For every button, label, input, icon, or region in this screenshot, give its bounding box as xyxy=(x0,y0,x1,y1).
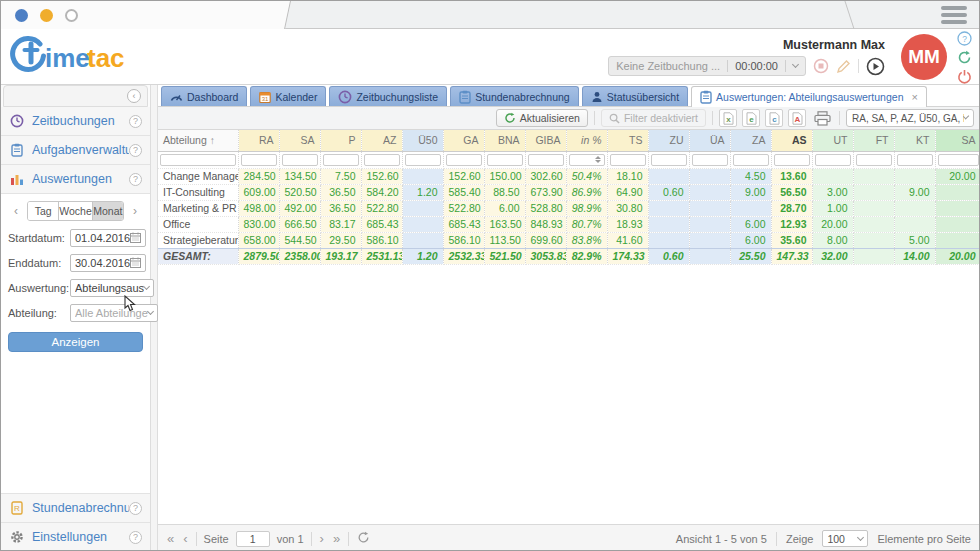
page-size-select[interactable]: 100 xyxy=(822,530,868,547)
close-icon[interactable]: × xyxy=(911,92,917,102)
sidebar-item-stundenabrechnung[interactable]: RStundenabrechnung? xyxy=(1,494,150,523)
filter-input-ü50[interactable] xyxy=(405,154,441,166)
period-prev-button[interactable]: ‹ xyxy=(8,202,24,220)
filter-input-sa[interactable] xyxy=(938,154,979,166)
end-date-field[interactable]: 30.04.2016 xyxy=(70,254,146,272)
window-control-yellow[interactable] xyxy=(40,9,53,22)
column-header-p[interactable]: P xyxy=(320,130,361,151)
column-header-ü50[interactable]: Ü50 xyxy=(402,130,443,151)
prev-page-button[interactable]: ‹ xyxy=(182,531,188,546)
period-next-button[interactable]: › xyxy=(127,202,143,220)
window-control-blue[interactable] xyxy=(15,9,28,22)
tab-zeitbuchungsliste[interactable]: Zeitbuchungsliste xyxy=(329,86,447,106)
show-button[interactable]: Anzeigen xyxy=(8,332,143,352)
filter-input-as[interactable] xyxy=(774,154,810,166)
columns-dropdown[interactable]: RA, SA, P, AZ, Ü50, GA, BNA xyxy=(846,109,974,127)
filter-input-ft[interactable] xyxy=(856,154,892,166)
column-header-giba[interactable]: GIBA xyxy=(525,130,566,151)
pdf-icon[interactable]: A xyxy=(788,109,806,127)
tab-dashboard[interactable]: Dashboard xyxy=(161,86,247,106)
last-page-button[interactable]: » xyxy=(332,531,341,546)
column-header-ts[interactable]: TS xyxy=(607,130,648,151)
column-header-as[interactable]: AS xyxy=(771,130,812,151)
stop-timer-icon[interactable] xyxy=(813,58,829,74)
filter-input-az[interactable] xyxy=(364,154,400,166)
filter-input-ga[interactable] xyxy=(446,154,482,166)
column-header-abteilung[interactable]: Abteilung ↑ xyxy=(158,130,238,151)
sidebar-item-aufgabenverwaltung[interactable]: Aufgabenverwaltung? xyxy=(1,136,150,165)
period-option-tag[interactable]: Tag xyxy=(28,202,59,220)
evaluation-type-select[interactable]: Abteilungsaus xyxy=(70,279,154,297)
help-icon[interactable]: ? xyxy=(129,502,142,515)
play-timer-icon[interactable] xyxy=(866,57,885,76)
filter-input-giba[interactable] xyxy=(528,154,564,166)
column-header-sa[interactable]: SA xyxy=(279,130,320,151)
column-header-in[interactable]: in % xyxy=(566,130,607,151)
spinner-icon[interactable] xyxy=(594,155,603,165)
column-header-za[interactable]: ZA xyxy=(730,130,771,151)
filter-input-üa[interactable] xyxy=(692,154,728,166)
filter-button[interactable]: Filter deaktiviert xyxy=(601,109,706,127)
filter-input-bna[interactable] xyxy=(487,154,523,166)
column-header-ga[interactable]: GA xyxy=(443,130,484,151)
help-icon[interactable]: ? xyxy=(129,531,142,544)
calendar-icon[interactable] xyxy=(130,232,141,245)
help-icon[interactable]: ? xyxy=(129,115,142,128)
help-icon[interactable]: ? xyxy=(129,173,142,186)
tab-auswertungen-abteilungsauswertungen[interactable]: Auswertungen: Abteilungsauswertungen× xyxy=(691,86,927,107)
filter-input-abteilung[interactable] xyxy=(160,154,236,166)
department-select[interactable]: Alle Abteilunge xyxy=(70,304,158,322)
refresh-icon[interactable] xyxy=(957,50,972,65)
csv-icon[interactable]: c xyxy=(765,109,783,127)
filter-input-p[interactable] xyxy=(323,154,359,166)
tab-stundenabrechnung[interactable]: Stundenabrechnung xyxy=(450,86,579,106)
period-option-monat[interactable]: Monat xyxy=(93,202,123,220)
sidebar-collapse-button[interactable]: ‹ xyxy=(127,89,141,103)
edit-timer-icon[interactable] xyxy=(836,59,851,74)
column-header-ut[interactable]: UT xyxy=(812,130,853,151)
column-header-ra[interactable]: RA xyxy=(238,130,279,151)
refresh-button[interactable]: Aktualisieren xyxy=(496,109,588,127)
column-header-ft[interactable]: FT xyxy=(853,130,894,151)
column-header-kt[interactable]: KT xyxy=(894,130,935,151)
column-header-az[interactable]: AZ xyxy=(361,130,402,151)
power-icon[interactable] xyxy=(957,69,972,84)
table-row[interactable]: Strategieberatung658.00544.5029.50586.10… xyxy=(158,232,979,248)
calendar-icon[interactable] xyxy=(130,257,141,270)
filter-input-zu[interactable] xyxy=(651,154,687,166)
filter-input-in[interactable] xyxy=(569,154,605,166)
help-icon[interactable]: ? xyxy=(129,144,142,157)
tab-statusübersicht[interactable]: Statusübersicht xyxy=(582,86,688,106)
table-row[interactable]: Change Management284.50134.507.50152.601… xyxy=(158,168,979,184)
filter-input-ut[interactable] xyxy=(815,154,851,166)
timer-widget[interactable]: Keine Zeitbuchung ... 00:00:00 xyxy=(608,56,806,76)
period-option-woche[interactable]: Woche xyxy=(59,202,93,220)
first-page-button[interactable]: « xyxy=(166,531,175,546)
sidebar-item-zeitbuchungen[interactable]: Zeitbuchungen? xyxy=(1,107,150,136)
menu-icon[interactable] xyxy=(941,6,967,24)
column-header-üa[interactable]: ÜA xyxy=(689,130,730,151)
filter-input-sa[interactable] xyxy=(282,154,318,166)
column-header-zu[interactable]: ZU xyxy=(648,130,689,151)
table-row[interactable]: IT-Consulting609.00520.5036.50584.201.20… xyxy=(158,184,979,200)
filter-input-ts[interactable] xyxy=(610,154,646,166)
excel-x-icon[interactable]: x xyxy=(719,109,737,127)
tab-kalender[interactable]: 31Kalender xyxy=(250,86,326,106)
window-control-white[interactable] xyxy=(65,9,78,22)
printer-icon[interactable] xyxy=(812,111,833,126)
table-row[interactable]: Office830.00666.5083.17685.43685.43163.5… xyxy=(158,216,979,232)
next-page-button[interactable]: › xyxy=(319,531,325,546)
sidebar-item-einstellungen[interactable]: Einstellungen? xyxy=(1,523,150,551)
page-input[interactable] xyxy=(236,531,270,547)
filter-input-ra[interactable] xyxy=(241,154,277,166)
filter-input-kt[interactable] xyxy=(897,154,933,166)
table-row[interactable]: Marketing & PR498.00492.0036.50522.80522… xyxy=(158,200,979,216)
filter-input-za[interactable] xyxy=(733,154,769,166)
column-header-sa[interactable]: SA xyxy=(935,130,979,151)
avatar[interactable]: MM xyxy=(901,34,947,80)
help-icon[interactable]: ? xyxy=(957,31,972,46)
start-date-field[interactable]: 01.04.2016 xyxy=(70,229,146,247)
excel-e-icon[interactable]: e xyxy=(742,109,760,127)
column-header-bna[interactable]: BNA xyxy=(484,130,525,151)
reload-table-icon[interactable] xyxy=(356,531,371,547)
